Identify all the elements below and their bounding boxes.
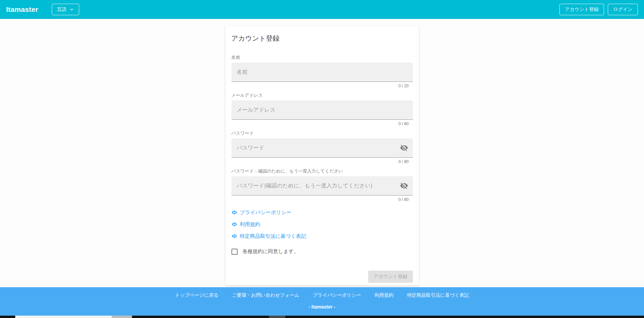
- agree-terms-row[interactable]: 各種規約に同意します。: [231, 248, 299, 255]
- footer-top-page-link[interactable]: トップページに戻る: [175, 292, 218, 298]
- email-input[interactable]: [231, 100, 413, 119]
- taskbar-segment: [15, 316, 112, 318]
- password-field-group: パスワード 0 / 80: [231, 130, 413, 164]
- app-logo[interactable]: Itamaster: [6, 5, 38, 14]
- password-confirm-visibility-toggle[interactable]: [400, 181, 408, 190]
- commerce-law-link[interactable]: 特定商品取引法に基づく表記: [231, 233, 306, 239]
- password-input[interactable]: [231, 138, 400, 157]
- arrow-right-icon: [231, 209, 238, 215]
- password-confirm-char-counter: 0 / 80: [231, 197, 409, 202]
- terms-of-service-link-label: 利用規約: [240, 221, 260, 227]
- email-field-label: メールアドレス: [231, 92, 413, 98]
- name-char-counter: 0 / 20: [231, 84, 409, 88]
- main-area: アカウント登録 名前 0 / 20 メールアドレス 0 / 60 パスワード: [0, 19, 644, 287]
- name-field-group: 名前 0 / 20: [231, 54, 413, 88]
- privacy-policy-link-label: プライバシーポリシー: [240, 209, 292, 215]
- app-footer: トップページに戻る ご要望・お問い合わせフォーム プライバシーポリシー 利用規約…: [0, 287, 644, 316]
- chevron-down-icon: [69, 7, 74, 12]
- page-title: アカウント登録: [231, 34, 413, 43]
- app-header: Itamaster 言語 アカウント登録 ログイン: [0, 0, 644, 19]
- password-confirm-field-label: パスワード：確認のために、もう一度入力してください: [231, 168, 413, 174]
- privacy-policy-link[interactable]: プライバシーポリシー: [231, 209, 292, 215]
- footer-commerce-law-link[interactable]: 特定商品取引法に基づく表記: [407, 292, 469, 298]
- footer-terms-link[interactable]: 利用規約: [375, 292, 394, 298]
- agree-terms-checkbox[interactable]: [231, 249, 238, 255]
- language-button-label: 言語: [57, 6, 66, 13]
- arrow-right-icon: [231, 221, 238, 227]
- password-confirm-input[interactable]: [231, 176, 400, 195]
- eye-off-icon: [400, 182, 408, 190]
- arrow-right-icon: [231, 233, 238, 239]
- name-input-wrap: [231, 63, 413, 82]
- name-field-label: 名前: [231, 54, 413, 61]
- password-field-label: パスワード: [231, 130, 413, 136]
- footer-brand: - Itamaster -: [309, 304, 335, 310]
- footer-contact-form-link[interactable]: ご要望・お問い合わせフォーム: [232, 292, 299, 298]
- agree-terms-label: 各種規約に同意します。: [243, 248, 299, 255]
- password-char-counter: 0 / 80: [231, 159, 409, 164]
- password-visibility-toggle[interactable]: [400, 143, 408, 152]
- footer-privacy-policy-link[interactable]: プライバシーポリシー: [313, 292, 361, 298]
- password-input-wrap: [231, 138, 413, 158]
- register-card: アカウント登録 名前 0 / 20 メールアドレス 0 / 60 パスワード: [225, 26, 419, 286]
- register-submit-button[interactable]: アカウント登録: [368, 271, 413, 283]
- name-input[interactable]: [231, 63, 413, 82]
- bottom-taskbar-strip: [0, 316, 644, 318]
- policy-links: プライバシーポリシー 利用規約 特定商品取引法に基づく表記: [231, 209, 413, 239]
- password-confirm-input-wrap: [231, 176, 413, 196]
- language-button[interactable]: 言語: [52, 4, 79, 15]
- footer-links: トップページに戻る ご要望・お問い合わせフォーム プライバシーポリシー 利用規約…: [175, 292, 469, 298]
- header-actions: アカウント登録 ログイン: [559, 4, 638, 15]
- taskbar-segment: [112, 316, 132, 318]
- taskbar-segment: [269, 316, 285, 318]
- commerce-law-link-label: 特定商品取引法に基づく表記: [240, 233, 306, 239]
- email-char-counter: 0 / 60: [231, 121, 409, 126]
- header-login-button[interactable]: ログイン: [608, 4, 638, 15]
- email-input-wrap: [231, 100, 413, 120]
- card-actions: アカウント登録: [231, 271, 413, 283]
- eye-off-icon: [400, 144, 408, 152]
- password-confirm-field-group: パスワード：確認のために、もう一度入力してください 0 / 80: [231, 168, 413, 202]
- terms-of-service-link[interactable]: 利用規約: [231, 221, 260, 227]
- email-field-group: メールアドレス 0 / 60: [231, 92, 413, 126]
- header-register-button[interactable]: アカウント登録: [559, 4, 604, 15]
